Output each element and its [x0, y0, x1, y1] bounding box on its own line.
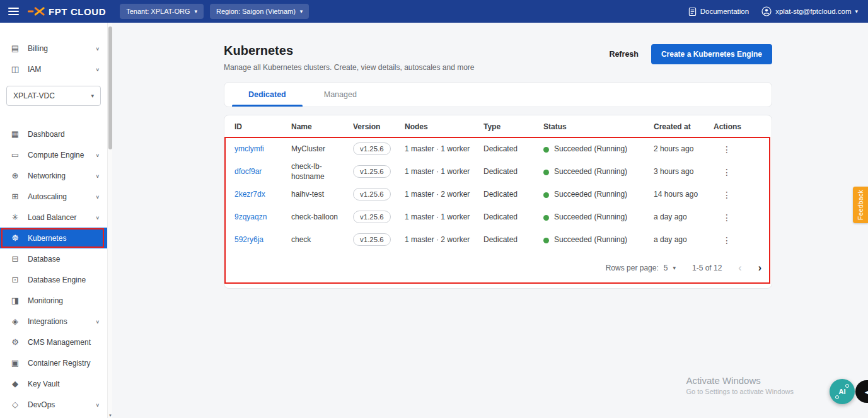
- version-badge: v1.25.6: [353, 142, 391, 155]
- create-kubernetes-engine-button[interactable]: Create a Kubernetes Engine: [651, 44, 772, 64]
- sidebar-item-integrations[interactable]: ◈ Integrations ∨: [0, 311, 107, 332]
- sidebar-item-monitoring[interactable]: ◨ Monitoring: [0, 290, 107, 311]
- monitoring-icon: ◨: [10, 296, 20, 305]
- column-header: Type: [483, 122, 543, 131]
- column-header: ID: [234, 122, 291, 131]
- status-dot-icon: [543, 192, 549, 198]
- sidebar-scrollbar[interactable]: ▼: [107, 23, 112, 418]
- documentation-link[interactable]: Documentation: [688, 7, 749, 16]
- next-page-button[interactable]: ›: [758, 263, 761, 273]
- sidebar-item-compute-engine[interactable]: ▭ Compute Engine ∨: [0, 144, 107, 165]
- cluster-type: Dedicated: [483, 212, 543, 223]
- sidebar-item-database-engine[interactable]: ⊡ Database Engine: [0, 269, 107, 290]
- sidebar-item-label: Monitoring: [28, 296, 100, 305]
- sidebar-item-load-balancer[interactable]: ✳ Load Balancer ∨: [0, 207, 107, 228]
- vdc-selector[interactable]: XPLAT-VDC ▾: [6, 86, 101, 106]
- cluster-status: Succeeded (Running): [554, 144, 627, 154]
- row-actions-kebab-icon[interactable]: ⋮: [717, 143, 736, 156]
- column-header: Nodes: [405, 122, 483, 131]
- previous-page-button[interactable]: ‹: [738, 263, 741, 273]
- compute-engine-icon: ▭: [10, 150, 20, 160]
- cluster-nodes: 1 master · 1 worker: [405, 212, 483, 223]
- cluster-nodes: 1 master · 1 worker: [405, 167, 483, 177]
- fpt-logo-mark: [28, 6, 45, 16]
- sidebar-item-billing[interactable]: ▤ Billing ∨: [0, 38, 107, 59]
- refresh-button[interactable]: Refresh: [609, 50, 639, 59]
- feedback-tab[interactable]: Feedback: [853, 187, 868, 223]
- status-dot-icon: [543, 170, 549, 175]
- cluster-id-link[interactable]: ymclymfi: [234, 144, 264, 153]
- page-header: Kubernetes Manage all Kubernetes cluster…: [224, 43, 772, 72]
- sidebar-item-dashboard[interactable]: ▦ Dashboard: [0, 124, 107, 144]
- cms-management-icon: ⚙: [10, 337, 20, 347]
- column-header: Name: [291, 122, 353, 131]
- sidebar: ▤ Billing ∨ ◫ IAM ∨ XPLAT-VDC ▾ ▦ Dashbo…: [0, 23, 107, 418]
- sidebar-item-label: Load Balancer: [28, 213, 88, 222]
- sidebar-item-label: Database Engine: [28, 276, 100, 284]
- rows-per-page-value: 5: [664, 264, 668, 272]
- column-header: Version: [353, 122, 405, 131]
- kubernetes-icon: ☸: [10, 233, 20, 243]
- chevron-down-icon: ∨: [95, 318, 100, 324]
- cluster-nodes: 1 master · 2 worker: [405, 190, 483, 200]
- region-label: Region: Saigon (Vietnam): [216, 8, 296, 15]
- caret-down-icon: ▾: [673, 265, 676, 271]
- database-icon: ⊟: [10, 254, 20, 264]
- clusters-table: IDNameVersionNodesTypeStatusCreated atAc…: [224, 115, 772, 289]
- sidebar-item-kubernetes[interactable]: ☸ Kubernetes: [0, 228, 107, 248]
- row-actions-kebab-icon[interactable]: ⋮: [717, 211, 736, 224]
- sidebar-item-autoscaling[interactable]: ⊞ Autoscaling ∨: [0, 186, 107, 207]
- autoscaling-icon: ⊞: [10, 192, 20, 201]
- tenant-label: Tenant: XPLAT-ORG: [126, 8, 190, 15]
- menu-icon[interactable]: [8, 6, 19, 17]
- sidebar-item-container-registry[interactable]: ▣ Container Registry: [0, 352, 107, 373]
- sidebar-item-label: IAM: [28, 65, 88, 74]
- cluster-id-link[interactable]: dfocf9ar: [234, 167, 262, 176]
- tab-managed[interactable]: Managed: [305, 83, 376, 107]
- cluster-id-link[interactable]: 9zqyaqzn: [234, 212, 267, 221]
- chevron-down-icon: ∨: [95, 214, 100, 220]
- sidebar-item-database[interactable]: ⊟ Database: [0, 248, 107, 269]
- table-row: ymclymfi MyCluster v1.25.6 1 master · 1 …: [234, 138, 761, 161]
- ai-assistant-button[interactable]: AI: [830, 379, 855, 404]
- row-actions-kebab-icon[interactable]: ⋮: [717, 166, 736, 178]
- sidebar-item-label: Compute Engine: [28, 151, 88, 160]
- row-actions-kebab-icon[interactable]: ⋮: [717, 189, 736, 201]
- cluster-name: check-balloon: [291, 212, 353, 223]
- sidebar-item-iam[interactable]: ◫ IAM ∨: [0, 59, 107, 79]
- database-engine-icon: ⊡: [10, 275, 20, 284]
- billing-icon: ▤: [10, 44, 20, 53]
- account-email: xplat-stg@fptcloud.com: [775, 8, 851, 15]
- sidebar-item-devops[interactable]: ◇ DevOps ∨: [0, 394, 107, 415]
- sidebar-item-label: CMS Management: [28, 338, 100, 347]
- version-badge: v1.25.6: [353, 188, 391, 200]
- rows-per-page-select[interactable]: Rows per page: 5 ▾: [606, 264, 676, 272]
- integrations-icon: ◈: [10, 316, 20, 326]
- cluster-id-link[interactable]: 2kezr7dx: [234, 190, 265, 199]
- sidebar-item-networking[interactable]: ⊕ Networking ∨: [0, 165, 107, 186]
- table-header-row: IDNameVersionNodesTypeStatusCreated atAc…: [234, 115, 761, 138]
- sidebar-item-label: Container Registry: [28, 359, 100, 368]
- tab-dedicated[interactable]: Dedicated: [229, 83, 305, 107]
- cluster-nodes: 1 master · 1 worker: [405, 144, 483, 154]
- cluster-created-at: 2 hours ago: [654, 144, 714, 154]
- region-selector[interactable]: Region: Saigon (Vietnam) ▾: [210, 4, 309, 19]
- sidebar-item-label: Integrations: [28, 317, 88, 326]
- windows-activation-watermark: Activate Windows Go to Settings to activ…: [686, 375, 794, 395]
- status-dot-icon: [543, 147, 549, 153]
- cluster-created-at: a day ago: [654, 235, 714, 245]
- sidebar-item-label: Key Vault: [28, 380, 100, 388]
- row-actions-kebab-icon[interactable]: ⋮: [717, 234, 736, 247]
- cluster-nodes: 1 master · 2 worker: [405, 235, 483, 245]
- cluster-type: Dedicated: [483, 235, 543, 245]
- sidebar-item-cms-management[interactable]: ⚙ CMS Management: [0, 332, 107, 352]
- sidebar-top-group: ▤ Billing ∨ ◫ IAM ∨: [0, 38, 107, 79]
- cluster-type: Dedicated: [483, 167, 543, 177]
- document-icon: [688, 7, 697, 16]
- account-menu[interactable]: xplat-stg@fptcloud.com ▾: [761, 6, 858, 16]
- cluster-status: Succeeded (Running): [554, 235, 627, 245]
- cluster-name: MyCluster: [291, 144, 353, 154]
- sidebar-item-key-vault[interactable]: ◆ Key Vault: [0, 373, 107, 394]
- tenant-selector[interactable]: Tenant: XPLAT-ORG ▾: [120, 4, 204, 19]
- cluster-id-link[interactable]: 592ry6ja: [234, 235, 263, 244]
